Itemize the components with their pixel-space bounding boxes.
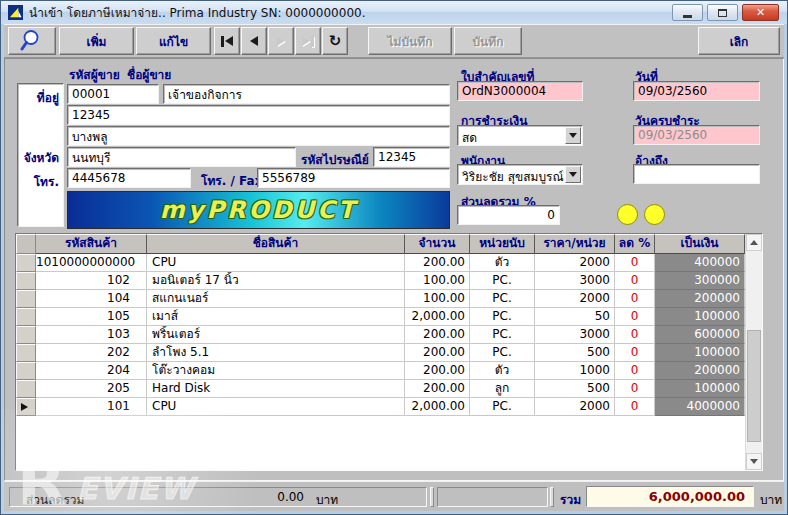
previous-record-button[interactable] [241,27,267,55]
fax-field[interactable] [257,168,450,188]
cell-name[interactable]: ลำโพง 5.1 [147,344,405,362]
row-selector[interactable] [16,326,36,344]
cell-unit[interactable]: ลูก [470,380,535,398]
table-row[interactable]: 105เมาส์2,000.00PC.500100000 [16,308,745,326]
cell-qty[interactable]: 2,000.00 [405,308,470,326]
cell-price[interactable]: 500 [535,344,615,362]
cell-amount[interactable]: 200000 [655,290,745,308]
header-product-name[interactable]: ชื่อสินค้า [147,234,405,254]
cell-code[interactable]: 105 [36,308,147,326]
cell-amount[interactable]: 200000 [655,362,745,380]
cell-qty[interactable]: 100.00 [405,272,470,290]
cell-name[interactable]: CPU [147,398,405,416]
cell-qty[interactable]: 200.00 [405,254,470,272]
cell-disc[interactable]: 0 [615,272,655,290]
employee-dropdown-button[interactable] [565,166,581,183]
cell-unit[interactable]: PC. [470,398,535,416]
address-line1-field[interactable] [67,105,450,125]
last-record-button[interactable] [295,27,321,55]
row-selector[interactable] [16,308,36,326]
cell-name[interactable]: CPU [147,254,405,272]
cell-qty[interactable]: 200.00 [405,380,470,398]
cell-price[interactable]: 2000 [535,290,615,308]
grid-vertical-scrollbar[interactable] [745,234,762,470]
reference-field[interactable] [633,164,760,184]
cell-price[interactable]: 2000 [535,398,615,416]
maximize-button[interactable] [707,4,738,21]
due-date-field[interactable] [633,125,760,145]
row-selector[interactable] [16,344,36,362]
scrollbar-thumb[interactable] [747,330,761,442]
cell-qty[interactable]: 2,000.00 [405,398,470,416]
row-selector[interactable] [16,290,36,308]
cell-code[interactable]: 104 [36,290,147,308]
employee-dropdown[interactable]: วิริยะชัย สุขสมบูรณ์ใ [457,164,583,185]
total-discount-pct-field[interactable] [457,205,560,225]
cell-qty[interactable]: 200.00 [405,362,470,380]
cell-disc[interactable]: 0 [615,380,655,398]
payment-dropdown-button[interactable] [565,127,581,144]
cell-disc[interactable]: 0 [615,344,655,362]
header-product-code[interactable]: รหัสสินค้า [36,234,147,254]
row-selector[interactable] [16,380,36,398]
cell-qty[interactable]: 200.00 [405,326,470,344]
cell-name[interactable]: Hard Disk [147,380,405,398]
cell-name[interactable]: โต๊ะวางคอม [147,362,405,380]
edit-button[interactable]: แก้ไข [136,27,211,55]
cell-price[interactable]: 2000 [535,254,615,272]
cell-unit[interactable]: PC. [470,326,535,344]
cell-amount[interactable]: 300000 [655,272,745,290]
cell-amount[interactable]: 600000 [655,326,745,344]
table-row[interactable]: 101CPU2,000.00PC.200004000000 [16,398,745,416]
header-unit-price[interactable]: ราคา/หน่วย [535,234,615,254]
table-row[interactable]: 202ลำโพง 5.1200.00PC.5000100000 [16,344,745,362]
next-record-button[interactable] [268,27,294,55]
postal-code-field[interactable] [373,147,450,167]
table-row[interactable]: 204โต๊ะวางคอม200.00ตัว10000200000 [16,362,745,380]
table-row[interactable]: 103พริ้นเตอร์200.00PC.30000600000 [16,326,745,344]
cell-unit[interactable]: PC. [470,272,535,290]
cell-disc[interactable]: 0 [615,254,655,272]
cell-unit[interactable]: ตัว [470,362,535,380]
cell-disc[interactable]: 0 [615,308,655,326]
date-field[interactable] [633,81,760,101]
cell-qty[interactable]: 200.00 [405,344,470,362]
table-row[interactable]: 104สแกนเนอร์100.00PC.20000200000 [16,290,745,308]
add-button[interactable]: เพิ่ม [59,27,134,55]
cell-name[interactable]: พริ้นเตอร์ [147,326,405,344]
cell-unit[interactable]: PC. [470,290,535,308]
vendor-name-field[interactable] [163,84,450,104]
cell-code[interactable]: 102 [36,272,147,290]
refresh-button[interactable]: ↻ [322,27,348,55]
cell-amount[interactable]: 100000 [655,344,745,362]
cell-code[interactable]: 103 [36,326,147,344]
scrollbar-up-button[interactable] [746,234,762,251]
cell-name[interactable]: เมาส์ [147,308,405,326]
cell-amount[interactable]: 4000000 [655,398,745,416]
row-selector[interactable] [16,398,36,416]
scrollbar-down-button[interactable] [746,453,762,470]
cell-name[interactable]: สแกนเนอร์ [147,290,405,308]
first-record-button[interactable] [214,27,240,55]
minimize-button[interactable] [672,4,703,21]
search-button[interactable] [8,27,56,55]
row-selector[interactable] [16,272,36,290]
cell-price[interactable]: 3000 [535,326,615,344]
header-discount-pct[interactable]: ลด % [615,234,655,254]
address-line2-field[interactable] [67,126,450,146]
row-selector[interactable] [16,254,36,272]
province-field[interactable] [67,147,296,167]
save-button[interactable]: บันทึก [454,27,522,55]
cell-disc[interactable]: 0 [615,290,655,308]
row-selector[interactable] [16,362,36,380]
header-quantity[interactable]: จำนวน [405,234,470,254]
cell-name[interactable]: มอนิเตอร์ 17 นิ้ว [147,272,405,290]
cell-code[interactable]: 1010000000000 [36,254,147,272]
cell-code[interactable]: 204 [36,362,147,380]
cell-unit[interactable]: ตัว [470,254,535,272]
table-row[interactable]: 205Hard Disk200.00ลูก5000100000 [16,380,745,398]
payment-dropdown[interactable]: สด [457,125,583,146]
quit-button[interactable]: เลิก [698,27,780,55]
table-row[interactable]: 102มอนิเตอร์ 17 นิ้ว100.00PC.30000300000 [16,272,745,290]
phone-field[interactable] [67,168,191,188]
